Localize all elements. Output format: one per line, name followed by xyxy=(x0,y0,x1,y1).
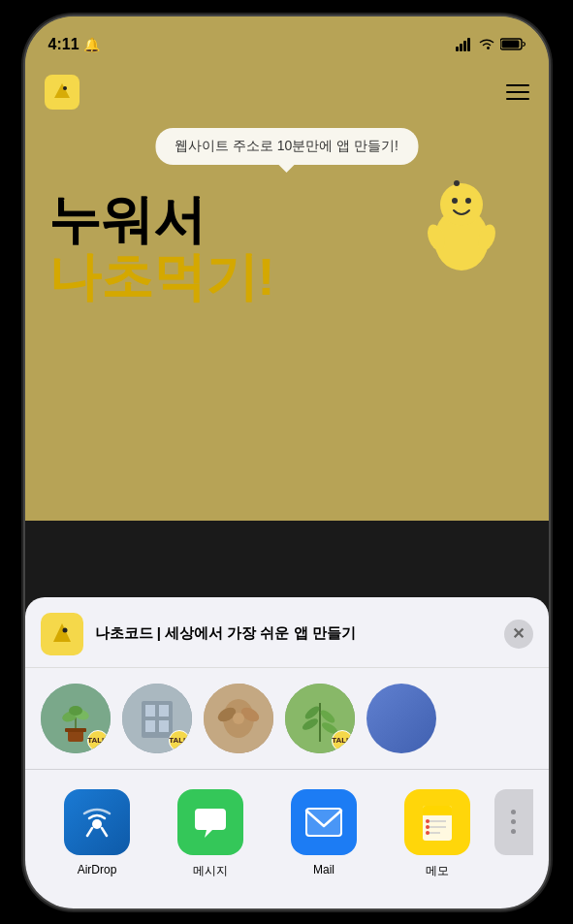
apps-row: AirDrop 메시지 xyxy=(25,770,549,879)
svg-rect-3 xyxy=(467,38,470,51)
contact-item[interactable] xyxy=(366,684,436,753)
app-background: 4:11 🔔 xyxy=(25,16,549,521)
svg-point-52 xyxy=(426,819,430,823)
contact-item[interactable]: TALK xyxy=(41,684,111,753)
share-sheet: 나초코드 | 세상에서 가장 쉬운 앱 만들기 ✕ xyxy=(25,597,549,908)
svg-rect-0 xyxy=(456,47,459,51)
status-time: 4:11 xyxy=(48,36,80,53)
phone-frame: 4:11 🔔 xyxy=(25,16,549,908)
contact-item[interactable] xyxy=(204,684,273,753)
messages-bubble-svg xyxy=(191,803,230,842)
svg-point-9 xyxy=(440,183,483,226)
svg-point-53 xyxy=(426,825,430,829)
speech-bubble: 웹사이트 주소로 10분만에 앱 만들기! xyxy=(155,128,418,165)
svg-point-14 xyxy=(454,180,460,186)
svg-point-10 xyxy=(452,198,458,204)
messages-icon xyxy=(177,789,243,855)
svg-rect-26 xyxy=(145,705,155,717)
svg-rect-44 xyxy=(306,809,341,836)
svg-point-34 xyxy=(233,713,244,724)
contact-item[interactable]: TALK xyxy=(285,684,355,753)
mail-envelope-svg xyxy=(304,807,343,838)
status-icons xyxy=(456,38,525,51)
more-app-item[interactable] xyxy=(494,789,533,855)
notes-label: 메모 xyxy=(426,863,449,879)
airdrop-label: AirDrop xyxy=(78,863,117,876)
notes-icon xyxy=(404,789,470,855)
svg-point-54 xyxy=(426,831,430,835)
close-button[interactable]: ✕ xyxy=(504,620,533,649)
hero-line2: 나초먹기! xyxy=(48,248,275,305)
svg-rect-27 xyxy=(159,705,169,717)
svg-line-42 xyxy=(87,828,92,836)
mail-icon xyxy=(291,789,357,855)
svg-rect-19 xyxy=(65,728,86,732)
wifi-icon xyxy=(479,39,494,50)
app-topbar xyxy=(25,63,549,121)
contact-avatar: TALK xyxy=(122,684,192,753)
svg-rect-1 xyxy=(460,44,462,51)
svg-point-11 xyxy=(465,198,471,204)
contact-avatar: TALK xyxy=(285,684,355,753)
kakao-badge: TALK xyxy=(332,730,353,751)
airdrop-icon xyxy=(64,789,130,855)
kakao-badge: TALK xyxy=(169,730,190,751)
notification-bell-icon: 🔔 xyxy=(83,37,100,52)
mascot-character xyxy=(403,162,520,278)
signal-icon xyxy=(456,38,473,51)
svg-point-23 xyxy=(69,706,82,716)
share-title: 나초코드 | 세상에서 가장 쉬운 앱 만들기 xyxy=(95,624,493,643)
app-logo xyxy=(45,75,80,110)
mail-app-item[interactable]: Mail xyxy=(268,789,381,876)
speech-bubble-text: 웹사이트 주소로 10분만에 앱 만들기! xyxy=(175,138,398,153)
contact-avatar xyxy=(204,684,273,753)
contact-avatar: TALK xyxy=(41,684,111,753)
svg-rect-28 xyxy=(145,720,155,732)
airdrop-app-item[interactable]: AirDrop xyxy=(41,789,154,876)
contact-avatar xyxy=(366,684,436,753)
airdrop-waves-svg xyxy=(76,801,118,844)
svg-line-43 xyxy=(102,828,107,836)
svg-marker-6 xyxy=(54,83,70,98)
svg-point-7 xyxy=(63,86,67,90)
svg-rect-29 xyxy=(159,720,169,732)
svg-point-41 xyxy=(92,819,102,829)
svg-rect-5 xyxy=(501,41,519,48)
status-bar: 4:11 🔔 xyxy=(25,16,549,63)
contacts-row: TALK xyxy=(25,668,549,769)
battery-icon xyxy=(500,38,525,50)
share-header: 나초코드 | 세상에서 가장 쉬운 앱 만들기 ✕ xyxy=(25,597,549,668)
mail-label: Mail xyxy=(313,863,334,876)
notes-paper-svg xyxy=(417,802,458,843)
hamburger-menu[interactable] xyxy=(506,84,529,100)
hero-line1: 누워서 xyxy=(48,191,275,248)
notes-app-item[interactable]: 메모 xyxy=(381,789,494,879)
contact-item[interactable]: TALK xyxy=(122,684,192,753)
svg-point-16 xyxy=(62,627,67,632)
share-app-icon xyxy=(41,613,83,655)
more-icon xyxy=(494,789,533,855)
svg-rect-48 xyxy=(423,812,452,815)
hero-text: 누워서 나초먹기! xyxy=(48,191,275,306)
svg-rect-2 xyxy=(463,41,466,51)
messages-app-item[interactable]: 메시지 xyxy=(154,789,268,879)
svg-marker-15 xyxy=(53,623,71,642)
kakao-badge: TALK xyxy=(87,730,109,751)
messages-label: 메시지 xyxy=(193,863,228,879)
